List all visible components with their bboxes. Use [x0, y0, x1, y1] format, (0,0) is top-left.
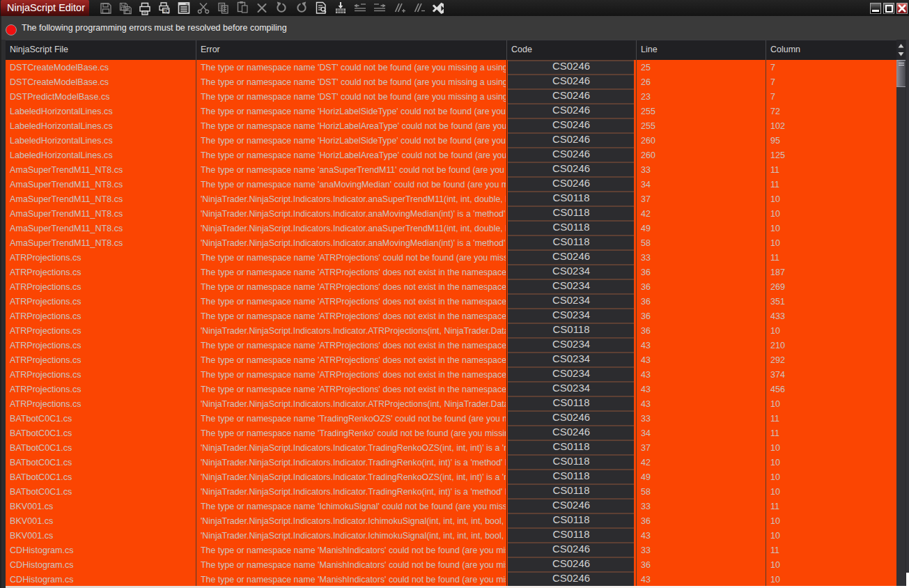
svg-text:EQ: EQ	[162, 8, 170, 14]
